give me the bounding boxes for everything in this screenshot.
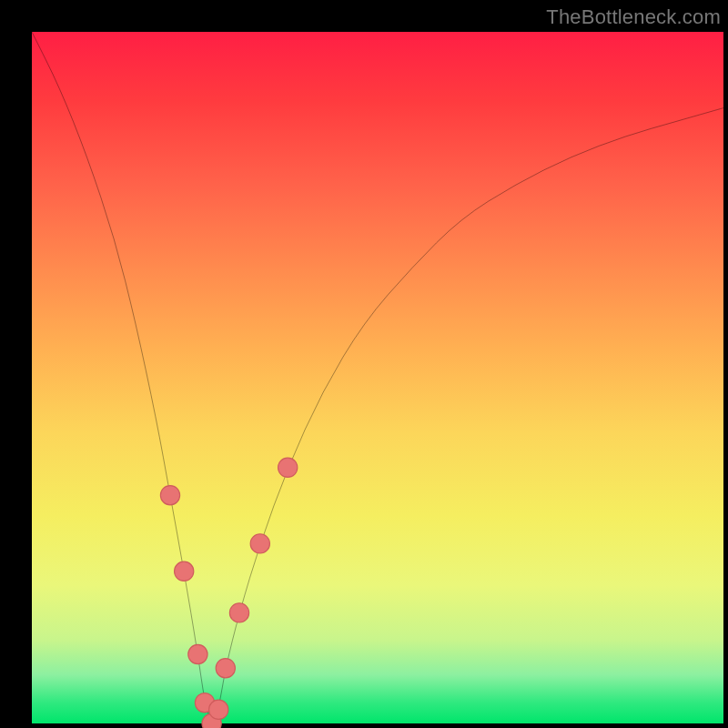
data-point <box>229 603 248 622</box>
data-point <box>188 644 207 663</box>
watermark-text: TheBottleneck.com <box>546 5 721 29</box>
data-point <box>160 486 179 505</box>
chart-frame: TheBottleneck.com <box>0 0 728 728</box>
data-point <box>278 458 298 477</box>
curve-line <box>32 32 723 719</box>
plot-area <box>32 32 723 723</box>
data-point <box>175 561 194 581</box>
bottleneck-curve <box>32 32 723 723</box>
data-point <box>216 659 235 678</box>
curve-markers <box>160 458 297 728</box>
data-point <box>250 534 269 553</box>
data-point <box>209 700 228 719</box>
